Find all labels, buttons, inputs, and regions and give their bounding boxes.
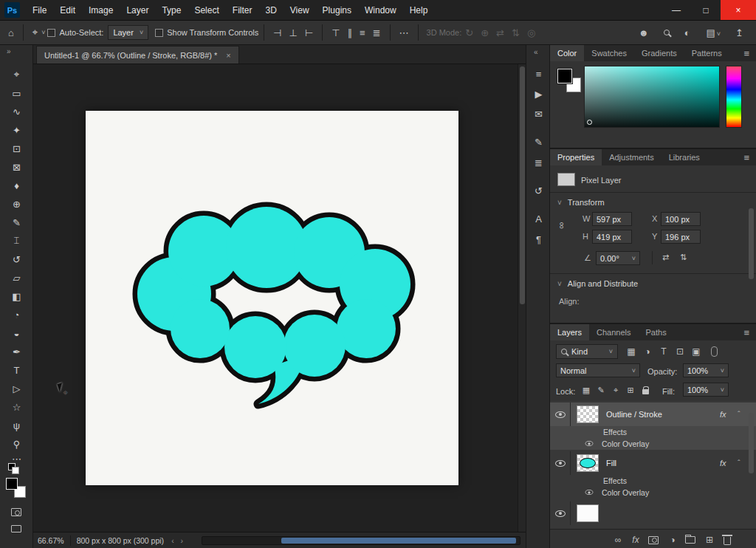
- eye-icon[interactable]: [585, 441, 594, 446]
- flip-vertical-icon[interactable]: ⇅: [680, 253, 687, 262]
- visibility-cell[interactable]: [550, 451, 571, 475]
- collapse-effects-icon[interactable]: ˆ: [738, 403, 740, 426]
- crop-tool[interactable]: ⊡: [0, 140, 33, 157]
- layer-fx-badge[interactable]: fx: [720, 403, 726, 426]
- tab-properties[interactable]: Properties: [550, 149, 602, 165]
- share-icon[interactable]: ↥: [732, 27, 747, 38]
- effect-color-overlay-row[interactable]: Color Overlay: [550, 487, 756, 499]
- align-center-icon[interactable]: ⊥: [286, 27, 301, 38]
- filter-type-icon[interactable]: T: [656, 344, 671, 359]
- flip-horizontal-icon[interactable]: ⇄: [662, 253, 669, 262]
- glyphs-panel-icon[interactable]: ≣: [526, 154, 551, 171]
- move-tool[interactable]: ⌖: [0, 66, 33, 83]
- tab-color[interactable]: Color: [550, 45, 584, 61]
- effects-row[interactable]: Effects: [550, 426, 756, 438]
- character-panel-icon[interactable]: A: [526, 210, 551, 227]
- document-canvas[interactable]: [86, 111, 458, 485]
- layer-name[interactable]: Fill: [606, 451, 616, 475]
- tab-paths[interactable]: Paths: [639, 324, 674, 340]
- align-section-header[interactable]: ˅ Align and Distribute: [557, 279, 638, 288]
- collapse-panels-icon[interactable]: «: [534, 48, 538, 56]
- tab-gradients[interactable]: Gradients: [634, 45, 684, 61]
- close-button[interactable]: ×: [721, 0, 756, 20]
- distribute-horizontal-icon[interactable]: ≣: [369, 27, 385, 38]
- brush-tool[interactable]: ✎: [0, 213, 33, 231]
- eraser-tool[interactable]: ▱: [0, 269, 33, 287]
- pen-tool[interactable]: ✒: [0, 343, 33, 360]
- layer-styles-icon[interactable]: fx: [628, 530, 643, 548]
- menu-plugins[interactable]: Plugins: [316, 0, 358, 20]
- tab-swatches[interactable]: Swatches: [584, 45, 634, 61]
- frame-tool[interactable]: ⊠: [0, 158, 33, 176]
- lock-all-icon[interactable]: [639, 383, 652, 397]
- layer-thumbnail[interactable]: [577, 405, 599, 423]
- dodge-tool[interactable]: ◒: [0, 324, 33, 342]
- new-layer-icon[interactable]: ⊞: [702, 530, 717, 548]
- path-select-tool[interactable]: ▷: [0, 380, 33, 397]
- clone-stamp-tool[interactable]: ⌶: [0, 232, 33, 250]
- lock-transparency-icon[interactable]: ▦: [580, 383, 593, 397]
- healing-brush-tool[interactable]: ⊕: [0, 195, 33, 213]
- adjustment-layer-icon[interactable]: ◑: [665, 530, 680, 548]
- filter-kind-dropdown[interactable]: Kind ˅: [556, 344, 618, 359]
- marquee-tool[interactable]: ▭: [0, 84, 33, 102]
- panel-menu-icon[interactable]: ≡: [737, 45, 756, 61]
- lock-position-icon[interactable]: ⌖: [609, 383, 622, 397]
- add-mask-icon[interactable]: [646, 530, 661, 548]
- history-icon[interactable]: ↺: [526, 182, 551, 199]
- eye-icon[interactable]: [585, 490, 594, 495]
- move-tool-icon[interactable]: ⌖: [29, 27, 41, 38]
- visibility-cell[interactable]: [550, 501, 571, 525]
- layer-name[interactable]: Outline / Stroke: [606, 403, 662, 426]
- effects-row[interactable]: Effects: [550, 475, 756, 487]
- theme-toggle-icon[interactable]: ◐: [681, 27, 694, 38]
- default-colors-icon[interactable]: [8, 463, 18, 473]
- tab-layers[interactable]: Layers: [550, 324, 589, 340]
- layer-row-outline-stroke[interactable]: Outline / Stroke fx ˆ: [550, 403, 756, 426]
- horizontal-scrollbar[interactable]: [202, 536, 520, 545]
- document-tab[interactable]: Untitled-1 @ 66.7% (Outline / Stroke, RG…: [36, 46, 239, 64]
- status-nav-arrows[interactable]: ‹ ›: [171, 536, 185, 545]
- menu-file[interactable]: File: [26, 0, 53, 20]
- tool-preset-arrow-icon[interactable]: ˅: [41, 29, 45, 36]
- minimize-button[interactable]: —: [662, 0, 691, 20]
- foreground-color-swatch[interactable]: [557, 69, 572, 83]
- tool-presets-icon[interactable]: ✎: [526, 134, 551, 150]
- foreground-color-swatch[interactable]: [6, 478, 18, 490]
- width-input[interactable]: 597 px: [592, 212, 632, 226]
- layer-fx-badge[interactable]: fx: [720, 451, 726, 475]
- zoom-level-field[interactable]: 66.67%: [38, 536, 64, 545]
- horizontal-scrollbar-thumb[interactable]: [281, 538, 516, 544]
- link-layers-icon[interactable]: ∞: [611, 530, 625, 548]
- actions-play-icon[interactable]: ▶: [526, 86, 551, 102]
- lock-pixels-icon[interactable]: ✎: [594, 383, 608, 397]
- tab-adjustments[interactable]: Adjustments: [602, 149, 662, 165]
- paragraph-panel-icon[interactable]: ¶: [526, 231, 551, 247]
- gradient-tool[interactable]: ◧: [0, 287, 33, 305]
- auto-select-dropdown[interactable]: Layer ˅: [108, 25, 148, 40]
- tab-close-icon[interactable]: ×: [226, 51, 230, 60]
- color-picker-marker[interactable]: [587, 120, 592, 125]
- align-top-icon[interactable]: ⊤: [328, 27, 343, 38]
- hand-tool[interactable]: ψ: [0, 417, 33, 434]
- menu-3d[interactable]: 3D: [258, 0, 283, 20]
- visibility-cell[interactable]: [550, 403, 571, 426]
- collapse-effects-icon[interactable]: ˆ: [738, 451, 740, 475]
- menu-view[interactable]: View: [284, 0, 316, 20]
- vertical-scrollbar[interactable]: [518, 64, 526, 532]
- align-left-icon[interactable]: ⊣: [269, 27, 285, 38]
- show-transform-checkbox[interactable]: [155, 29, 163, 37]
- quick-mask-icon[interactable]: [11, 508, 21, 516]
- x-input[interactable]: 100 px: [661, 212, 701, 226]
- angle-input[interactable]: 0.00° ˅: [596, 251, 640, 265]
- y-input[interactable]: 196 px: [661, 230, 701, 244]
- history-brush-tool[interactable]: ↺: [0, 250, 33, 268]
- blend-mode-dropdown[interactable]: Normal ˅: [556, 363, 640, 377]
- panel-menu-icon[interactable]: ≡: [737, 149, 756, 165]
- transform-section-header[interactable]: ˅ Transform: [557, 198, 605, 207]
- type-tool[interactable]: T: [0, 361, 33, 379]
- tab-libraries[interactable]: Libraries: [662, 149, 707, 165]
- effect-color-overlay-row[interactable]: Color Overlay: [550, 438, 756, 450]
- layer-thumbnail[interactable]: [577, 454, 599, 472]
- menu-select[interactable]: Select: [188, 0, 225, 20]
